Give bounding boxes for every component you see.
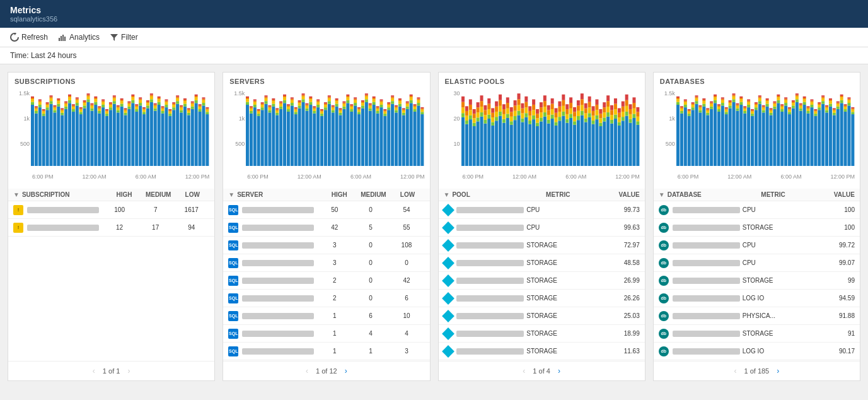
databases-panel: DATABASES 1.5k 1k 500 6:00 PM 12:00 AM 6… <box>653 72 860 381</box>
svg-rect-809 <box>736 103 739 105</box>
svg-rect-172 <box>154 106 157 109</box>
next-page-button[interactable]: › <box>774 365 782 377</box>
svg-rect-446 <box>395 110 398 112</box>
svg-rect-736 <box>684 105 687 107</box>
table-row[interactable]: SQL 1 1 3 <box>223 343 429 360</box>
svg-rect-507 <box>476 112 479 117</box>
table-row[interactable]: db PHYSICA... 91.88 <box>654 307 860 325</box>
table-row[interactable]: ! 12 17 94 <box>8 219 214 237</box>
table-row[interactable]: SQL 42 5 55 <box>223 219 429 237</box>
svg-rect-963 <box>851 109 854 110</box>
prev-page-button[interactable]: ‹ <box>90 365 98 377</box>
table-row[interactable]: STORAGE 26.99 <box>439 272 645 290</box>
svg-rect-355 <box>328 104 331 166</box>
next-page-button[interactable]: › <box>342 365 350 377</box>
svg-rect-44 <box>57 98 60 100</box>
svg-rect-202 <box>176 98 179 101</box>
svg-rect-11 <box>35 111 38 114</box>
svg-rect-741 <box>687 114 690 116</box>
refresh-button[interactable]: Refresh <box>10 33 48 42</box>
subscriptions-rows: ! 100 7 1617 ! 12 17 94 <box>8 201 214 361</box>
svg-rect-594 <box>539 102 542 107</box>
table-row[interactable]: CPU 99.63 <box>439 219 645 237</box>
svg-rect-584 <box>532 99 535 104</box>
table-row[interactable]: STORAGE 48.58 <box>439 254 645 272</box>
svg-rect-279 <box>269 105 272 107</box>
table-row[interactable]: STORAGE 11.63 <box>439 343 645 360</box>
table-row[interactable]: db CPU 100 <box>654 201 860 219</box>
elastic-pools-panel: ELASTIC POOLS 30 20 10 6:00 PM 12:00 AM … <box>438 72 645 381</box>
svg-rect-779 <box>714 95 717 96</box>
svg-rect-888 <box>796 95 799 96</box>
table-row[interactable]: SQL 50 0 54 <box>223 201 429 219</box>
svg-rect-672 <box>599 118 602 122</box>
svg-rect-862 <box>777 97 780 100</box>
svg-rect-777 <box>714 97 717 100</box>
svg-rect-577 <box>528 115 531 121</box>
svg-rect-582 <box>532 110 535 115</box>
subscriptions-panel: SUBSCRIPTIONS 1.5k 1k 500 6:00 PM 12:00 … <box>8 72 215 381</box>
table-row[interactable]: STORAGE 18.99 <box>439 325 645 343</box>
table-row[interactable]: STORAGE 25.03 <box>439 307 645 325</box>
svg-rect-668 <box>595 105 598 110</box>
filter-button[interactable]: Filter <box>110 33 138 42</box>
svg-rect-791 <box>724 112 727 114</box>
svg-rect-440 <box>391 104 394 166</box>
table-row[interactable]: SQL 3 0 108 <box>223 237 429 254</box>
svg-rect-91 <box>94 102 97 105</box>
table-row[interactable]: db CPU 99.07 <box>654 254 860 272</box>
svg-rect-785 <box>721 105 724 166</box>
table-row[interactable]: SQL 1 4 4 <box>223 325 429 343</box>
svg-rect-840 <box>761 112 765 166</box>
svg-rect-243 <box>205 109 209 110</box>
table-row[interactable]: db CPU 99.72 <box>654 237 860 254</box>
table-row[interactable]: db LOG IO 94.59 <box>654 290 860 307</box>
table-row[interactable]: CPU 99.73 <box>439 201 645 219</box>
next-page-button[interactable]: › <box>125 365 132 377</box>
svg-rect-857 <box>773 104 776 107</box>
svg-rect-151 <box>139 103 142 105</box>
table-row[interactable]: SQL 1 6 10 <box>223 307 429 325</box>
svg-rect-587 <box>536 118 539 122</box>
svg-rect-153 <box>139 99 142 100</box>
svg-rect-864 <box>777 95 780 96</box>
svg-rect-86 <box>90 109 93 111</box>
table-row[interactable]: STORAGE 72.97 <box>439 237 645 254</box>
svg-rect-416 <box>373 102 376 105</box>
svg-rect-57 <box>68 97 71 100</box>
svg-rect-491 <box>465 121 468 124</box>
prev-page-button[interactable]: ‹ <box>520 365 528 377</box>
svg-rect-698 <box>617 113 620 117</box>
svg-rect-902 <box>806 109 809 111</box>
svg-rect-604 <box>547 105 550 110</box>
table-row[interactable]: SQL 2 0 6 <box>223 290 429 307</box>
svg-rect-535 <box>499 116 502 166</box>
table-row[interactable]: STORAGE 26.26 <box>439 290 645 307</box>
svg-rect-694 <box>613 98 616 104</box>
table-row[interactable]: SQL 3 0 0 <box>223 254 429 272</box>
table-row[interactable]: db LOG IO 90.17 <box>654 343 860 360</box>
table-row[interactable]: db STORAGE 91 <box>654 325 860 343</box>
svg-rect-799 <box>728 100 731 102</box>
prev-page-button[interactable]: ‹ <box>303 365 311 377</box>
svg-rect-293 <box>279 103 282 104</box>
table-row[interactable]: db STORAGE 99 <box>654 272 860 290</box>
svg-rect-526 <box>491 122 494 125</box>
svg-rect-641 <box>576 116 579 120</box>
svg-rect-374 <box>339 108 342 109</box>
svg-rect-931 <box>829 103 832 106</box>
svg-rect-910 <box>814 116 817 166</box>
svg-rect-964 <box>851 107 854 109</box>
table-row[interactable]: ! 100 7 1617 <box>8 201 214 219</box>
svg-rect-754 <box>695 95 698 97</box>
svg-rect-918 <box>818 103 821 105</box>
prev-page-button[interactable]: ‹ <box>731 365 739 377</box>
svg-rect-74 <box>79 107 83 109</box>
next-page-button[interactable]: › <box>555 365 563 377</box>
table-row[interactable]: db STORAGE 100 <box>654 219 860 237</box>
analytics-button[interactable]: Analytics <box>58 33 100 42</box>
svg-rect-901 <box>806 111 809 114</box>
table-row[interactable]: SQL 2 0 42 <box>223 272 429 290</box>
svg-rect-263 <box>257 110 260 112</box>
svg-rect-793 <box>724 109 727 110</box>
